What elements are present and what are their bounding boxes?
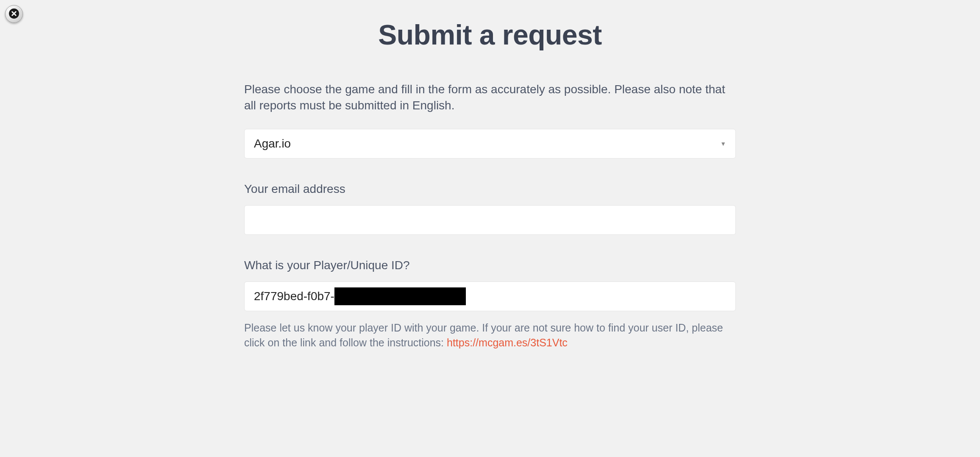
chevron-down-icon: ▼	[720, 140, 726, 147]
player-id-helper-link[interactable]: https://mcgam.es/3tS1Vtc	[447, 337, 568, 348]
game-select-value: Agar.io	[254, 137, 291, 150]
close-icon	[8, 8, 19, 20]
game-select[interactable]: Agar.io ▼	[244, 129, 736, 159]
close-button[interactable]	[5, 5, 23, 23]
email-label: Your email address	[244, 182, 736, 196]
player-id-label: What is your Player/Unique ID?	[244, 259, 736, 272]
page-title: Submit a request	[244, 19, 736, 51]
email-input[interactable]	[244, 205, 736, 235]
player-id-input[interactable]: 2f779bed-f0b7-	[244, 281, 736, 311]
game-field: Agar.io ▼	[244, 129, 736, 159]
email-field-group: Your email address	[244, 182, 736, 235]
player-id-helper: Please let us know your player ID with y…	[244, 320, 736, 350]
player-id-visible-text: 2f779bed-f0b7-	[254, 290, 334, 303]
player-id-field-group: What is your Player/Unique ID? 2f779bed-…	[244, 259, 736, 350]
redacted-block	[334, 287, 466, 305]
request-form: Submit a request Please choose the game …	[244, 0, 736, 350]
form-instructions: Please choose the game and fill in the f…	[244, 81, 736, 114]
